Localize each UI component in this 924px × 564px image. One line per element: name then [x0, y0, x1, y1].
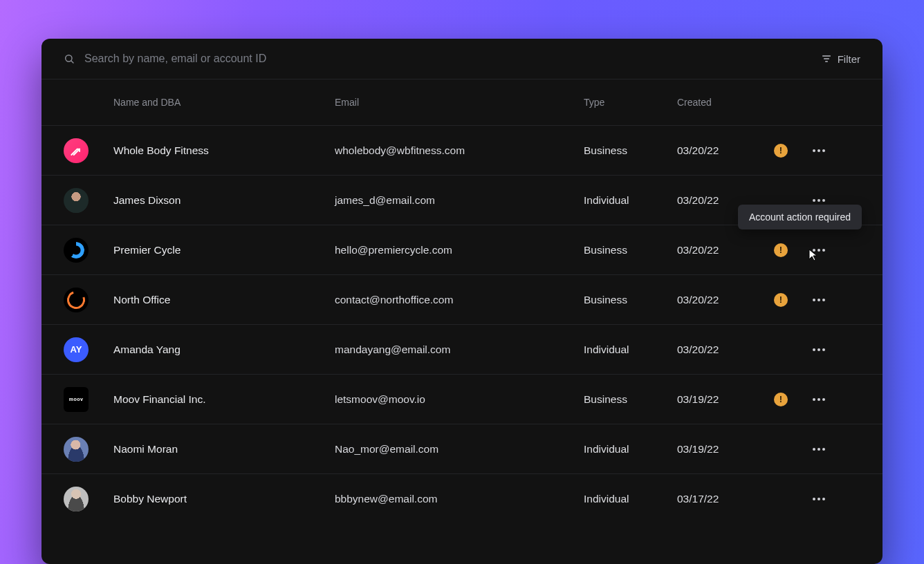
cell-type: Individual [584, 344, 677, 356]
cell-name: Bobby Newport [113, 493, 335, 505]
cell-type: Business [584, 294, 677, 306]
cell-name: Premier Cycle [113, 244, 335, 256]
avatar [64, 138, 89, 163]
avatar [64, 487, 89, 511]
cell-created: 03/20/22 [677, 194, 746, 207]
table-row[interactable]: Naomi MoranNao_mor@email.comIndividual03… [41, 424, 883, 473]
cell-email: wholebody@wbfitness.com [335, 144, 584, 157]
cell-email: james_d@email.com [335, 194, 584, 207]
cell-email: Nao_mor@email.com [335, 443, 584, 455]
cell-name: James Dixson [113, 194, 335, 207]
table-row[interactable]: North Officecontact@northoffice.comBusin… [41, 274, 883, 324]
table-row[interactable]: Whole Body Fitnesswholebody@wbfitness.co… [41, 125, 883, 175]
more-actions-button[interactable] [808, 444, 829, 455]
cell-type: Business [584, 144, 677, 157]
table-row[interactable]: Premier Cyclehello@premiercycle.comBusin… [41, 225, 883, 274]
more-actions-button[interactable] [808, 145, 829, 156]
cell-type: Business [584, 393, 677, 406]
cell-name: Moov Financial Inc. [113, 393, 335, 406]
table-row[interactable]: Bobby Newportbbbynew@email.comIndividual… [41, 473, 883, 523]
cell-name: North Office [113, 294, 335, 306]
warning-icon[interactable]: ! [774, 293, 788, 307]
cell-type: Individual [584, 493, 677, 505]
search-icon [64, 53, 75, 64]
avatar [64, 288, 89, 312]
cell-created: 03/20/22 [677, 244, 746, 256]
filter-button[interactable]: Filter [821, 53, 860, 65]
cell-type: Individual [584, 194, 677, 207]
cell-created: 03/20/22 [677, 344, 746, 356]
cell-created: 03/19/22 [677, 393, 746, 406]
avatar [64, 188, 89, 213]
cell-email: letsmoov@moov.io [335, 393, 584, 406]
more-actions-button[interactable] [808, 394, 829, 405]
filter-label: Filter [838, 53, 860, 65]
cell-created: 03/20/22 [677, 294, 746, 306]
warning-icon[interactable]: ! [774, 144, 788, 158]
more-actions-button[interactable] [808, 294, 829, 306]
avatar [64, 437, 89, 462]
col-name-header: Name and DBA [113, 97, 335, 108]
avatar: moov [64, 387, 89, 412]
tooltip-action-required: Account action required [738, 205, 862, 229]
col-created-header: Created [677, 97, 746, 108]
cell-email: hello@premiercycle.com [335, 244, 584, 256]
cell-type: Business [584, 244, 677, 256]
cell-email: contact@northoffice.com [335, 294, 584, 306]
cell-created: 03/20/22 [677, 144, 746, 157]
cell-created: 03/19/22 [677, 443, 746, 455]
table-header: Name and DBA Email Type Created [41, 79, 883, 125]
col-email-header: Email [335, 97, 584, 108]
search-input[interactable] [84, 53, 821, 65]
cell-name: Naomi Moran [113, 443, 335, 455]
cell-name: Whole Body Fitness [113, 144, 335, 157]
svg-line-1 [71, 61, 73, 63]
table-row[interactable]: AYAmanda Yangmandayang@email.comIndividu… [41, 324, 883, 374]
col-type-header: Type [584, 97, 677, 108]
search-bar: Filter [41, 39, 883, 79]
table-row[interactable]: moovMoov Financial Inc.letsmoov@moov.ioB… [41, 374, 883, 424]
avatar [64, 238, 89, 263]
more-actions-button[interactable] [808, 245, 829, 256]
cell-type: Individual [584, 443, 677, 455]
warning-icon[interactable]: ! [774, 393, 788, 406]
filter-icon [821, 53, 832, 64]
more-actions-button[interactable] [808, 494, 829, 505]
avatar: AY [64, 337, 89, 362]
warning-icon[interactable]: ! [774, 243, 788, 257]
more-actions-button[interactable] [808, 344, 829, 355]
accounts-table: Name and DBA Email Type Created Whole Bo… [41, 79, 883, 523]
cell-name: Amanda Yang [113, 344, 335, 356]
cell-created: 03/17/22 [677, 493, 746, 505]
cell-email: bbbynew@email.com [335, 493, 584, 505]
accounts-panel: Filter Name and DBA Email Type Created W… [41, 39, 883, 564]
cell-email: mandayang@email.com [335, 344, 584, 356]
